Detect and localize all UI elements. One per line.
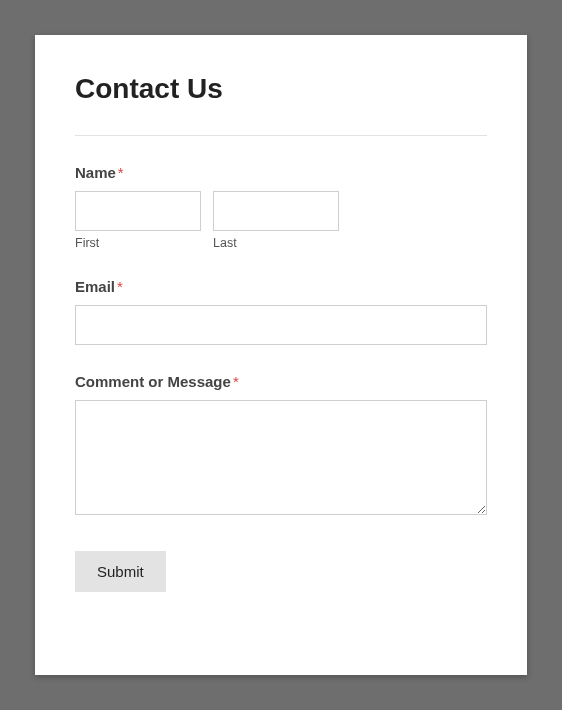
first-name-input[interactable] — [75, 191, 201, 231]
divider — [75, 135, 487, 136]
message-label-text: Comment or Message — [75, 373, 231, 390]
required-marker: * — [117, 278, 123, 295]
page-title: Contact Us — [75, 73, 487, 105]
first-name-sublabel: First — [75, 236, 201, 250]
contact-form-card: Contact Us Name* First Last Email* Comme… — [35, 35, 527, 675]
message-label: Comment or Message* — [75, 373, 487, 390]
last-name-sublabel: Last — [213, 236, 339, 250]
email-field-group: Email* — [75, 278, 487, 345]
message-textarea[interactable] — [75, 400, 487, 515]
name-row: First Last — [75, 191, 487, 250]
name-label-text: Name — [75, 164, 116, 181]
name-field-group: Name* First Last — [75, 164, 487, 250]
required-marker: * — [233, 373, 239, 390]
required-marker: * — [118, 164, 124, 181]
email-label-text: Email — [75, 278, 115, 295]
last-name-input[interactable] — [213, 191, 339, 231]
email-input[interactable] — [75, 305, 487, 345]
first-name-col: First — [75, 191, 201, 250]
submit-button[interactable]: Submit — [75, 551, 166, 592]
last-name-col: Last — [213, 191, 339, 250]
name-label: Name* — [75, 164, 487, 181]
message-field-group: Comment or Message* — [75, 373, 487, 519]
email-label: Email* — [75, 278, 487, 295]
